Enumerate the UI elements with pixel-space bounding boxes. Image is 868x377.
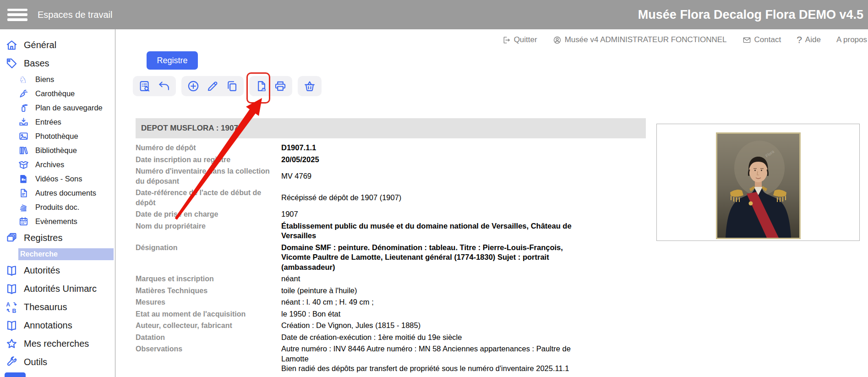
sidebar-item-label: Thesaurus [24, 302, 67, 312]
field-label: Datation [136, 332, 281, 344]
fire-extinguisher-icon [18, 103, 29, 113]
sidebar-item-label: Vidéos - Sons [35, 175, 82, 183]
printer-icon [274, 80, 287, 93]
user-icon [553, 36, 562, 44]
record-header-band: DEPOT MUSFLORA : 1907 [136, 118, 646, 138]
mail-icon [742, 36, 751, 44]
toolbar-group-basket [298, 76, 322, 96]
record-title: DEPOT MUSFLORA : 1907 [136, 124, 238, 133]
session-meta-bar: Quitter Musée v4 ADMINISTRATEUR FONCTION… [121, 29, 868, 50]
question-mark-icon: ? [797, 34, 802, 45]
app-title: Musée Flora Decalog Flora DEMO v4.5 [638, 8, 868, 22]
basket-button[interactable] [303, 80, 316, 93]
field-value: Domaine SMF : peinture. Dénomination : t… [281, 242, 646, 273]
chess-knight-icon: ♘ [18, 74, 29, 85]
sidebar-item-label: Bibliothèque [35, 146, 77, 155]
sidebar-item-label: Archives [35, 160, 64, 169]
field-value: Création : De Vignon, Jules (1815 - 1885… [281, 320, 646, 332]
workspace-label: Espaces de travail [38, 10, 112, 20]
windows-stack-icon [5, 232, 18, 244]
contact-button[interactable]: Contact [742, 35, 781, 44]
book-open-icon [5, 319, 18, 332]
copy-record-button[interactable] [225, 80, 238, 93]
print-button[interactable] [274, 80, 287, 93]
file-text-icon [18, 188, 29, 198]
sidebar-item-biens[interactable]: ♘ Biens [0, 72, 115, 87]
sidebar-item-label: Autorités Unimarc [24, 284, 97, 294]
sidebar-item-outils[interactable]: Outils [0, 353, 115, 371]
undo-icon [158, 80, 170, 93]
user-menu[interactable]: Musée v4 ADMINISTRATEUR FONCTIONNEL [553, 35, 727, 44]
document-print-button[interactable] [255, 80, 267, 93]
sidebar-item-thesaurus[interactable]: AB Thesaurus [0, 298, 115, 316]
sidebar-item-bibliotheque[interactable]: Bibliothèque [0, 143, 115, 158]
sidebar-item-carotheque[interactable]: Carothèque [0, 87, 115, 101]
tag-icon [5, 57, 18, 70]
sidebar-item-produits-doc[interactable]: Produits doc. [0, 200, 115, 214]
sidebar-item-mes-recherches[interactable]: Mes recherches [0, 334, 115, 353]
add-record-button[interactable] [187, 80, 200, 93]
edit-record-button[interactable] [206, 80, 219, 93]
cutoff-sidebar-icon [5, 372, 26, 377]
sidebar-item-label: Registres [24, 233, 62, 243]
field-value: Récépissé de dépôt de 1907 (1907) [281, 192, 646, 204]
undo-button[interactable] [158, 80, 170, 93]
sidebar-item-archives[interactable]: Archives [0, 158, 115, 172]
field-value: Date de création-exécution : 1ère moitié… [281, 332, 646, 344]
field-label: Observations [136, 343, 281, 355]
sidebar-item-autorites[interactable]: Autorités [0, 261, 115, 279]
sidebar-item-bases[interactable]: Bases [0, 54, 115, 72]
field-value: 20/05/2025 [281, 154, 646, 166]
sidebar-item-registres[interactable]: Registres [0, 229, 115, 247]
basket-icon [303, 80, 316, 93]
pencil-icon [206, 80, 219, 93]
selected-item-highlight[interactable]: Recherche [18, 248, 114, 260]
svg-text:♘: ♘ [19, 75, 27, 85]
toolbar-group-search [133, 76, 176, 96]
sidebar-item-phototheque[interactable]: Photothèque [0, 129, 115, 143]
sidebar-item-recherche[interactable]: Recherche [0, 247, 115, 261]
sidebar-item-entrees[interactable]: Entrées [0, 115, 115, 129]
books-icon [18, 145, 29, 156]
tab-registre[interactable]: Registre [147, 51, 198, 70]
sidebar-item-label: Plan de sauvegarde [35, 104, 103, 112]
user-label: Musée v4 ADMINISTRATEUR FONCTIONNEL [565, 35, 727, 44]
sidebar-item-videos-sons[interactable]: Vidéos - Sons [0, 172, 115, 186]
sidebar-item-evenements[interactable]: Evènements [0, 214, 115, 229]
field-label: Numéro de dépôt [136, 142, 281, 154]
sidebar-item-plan-de-sauvegarde[interactable]: Plan de sauvegarde [0, 101, 115, 115]
field-label: Numéro d'inventaire dans la collection d… [136, 165, 281, 187]
field-value: néant : l. 40 cm ; H. 49 cm ; [281, 296, 646, 308]
list-search-icon [138, 80, 151, 93]
sidebar-item-autres-documents[interactable]: Autres documents [0, 186, 115, 200]
toolbar-group-edit [181, 76, 244, 96]
field-label: Marques et inscription [136, 273, 281, 285]
stack-icon [18, 202, 29, 213]
star-icon [5, 338, 18, 350]
about-button[interactable]: A propos [836, 35, 867, 44]
toolbar-group-print [249, 76, 292, 96]
sidebar-item-annotations[interactable]: Annotations [0, 316, 115, 334]
svg-text:A: A [6, 301, 10, 308]
inbox-download-icon [18, 117, 29, 127]
sort-ab-icon: AB [5, 301, 18, 313]
image-icon [18, 131, 29, 142]
wrench-icon [5, 356, 18, 368]
field-value: Établissement public du musée et du doma… [281, 220, 646, 242]
field-label: Etat au moment de l'acquisition [136, 308, 281, 320]
svg-text:B: B [12, 307, 16, 313]
book-open-icon [5, 283, 18, 295]
field-label: Désignation [136, 242, 281, 254]
field-label: Date-référence de l'acte de début de dép… [136, 187, 281, 208]
field-label: Date de prise en charge [136, 208, 281, 220]
sidebar-item-label: Carothèque [35, 89, 75, 98]
hamburger-menu-icon[interactable] [7, 9, 27, 21]
quit-button[interactable]: Quitter [502, 35, 537, 44]
list-search-button[interactable] [138, 80, 151, 93]
field-label: Mesures [136, 296, 281, 308]
sidebar-item-general[interactable]: Général [0, 36, 115, 54]
help-button[interactable]: ? Aide [797, 34, 821, 45]
open-box-icon [18, 159, 29, 170]
plus-circle-icon [187, 80, 200, 93]
sidebar-item-autorites-unimarc[interactable]: Autorités Unimarc [0, 279, 115, 298]
